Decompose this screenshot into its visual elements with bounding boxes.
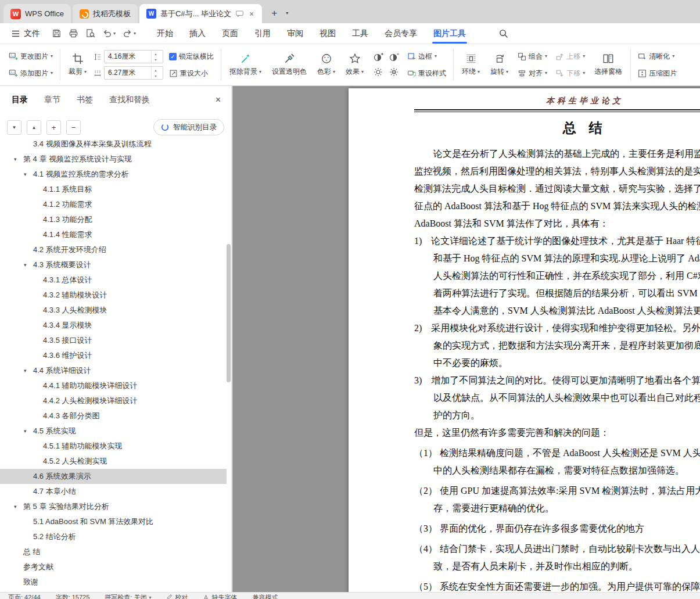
color-button[interactable]: 色彩▾	[314, 51, 339, 78]
increase-contrast-icon[interactable]	[372, 52, 384, 63]
set-transparent-button[interactable]: 设置透明色	[268, 51, 310, 78]
decrease-brightness-icon[interactable]	[388, 66, 400, 78]
rotate-button[interactable]: 旋转▾	[487, 51, 512, 78]
width-stepper[interactable]: ▴ ▾	[151, 67, 160, 79]
toc-item[interactable]: 参考文献	[0, 559, 227, 575]
tab-page[interactable]: 页面	[214, 23, 246, 44]
toc-item[interactable]: 5.2 结论分析	[0, 529, 227, 544]
toc-item[interactable]: 4.2 系统开发环境介绍	[0, 242, 227, 257]
print-preview-icon[interactable]	[85, 28, 95, 38]
close-pane-icon[interactable]: ×	[216, 95, 221, 105]
spellcheck-status[interactable]: 拼写检查: 关闭▾	[105, 593, 151, 599]
remove-background-button[interactable]: 抠除背景▾	[226, 51, 265, 78]
tab-review[interactable]: 审阅	[279, 23, 311, 44]
toc-item[interactable]: 5.1 AdaBoost 和 SVM 算法效果对比	[0, 514, 227, 529]
toc-item[interactable]: 致谢	[0, 575, 227, 590]
tab-document[interactable]: W 基于C#与... 毕业论文 ×	[139, 4, 262, 23]
compatibility-mode[interactable]: 兼容模式	[252, 593, 278, 599]
tab-list-chevron-icon[interactable]: ▾	[282, 6, 292, 21]
toc-item[interactable]: 4.1.3 功能分配	[0, 212, 227, 227]
document-page[interactable]: 本科生毕业论文 总 结 论文是在分析了人头检测算法的基础上完成的，主要任务是利用…	[349, 88, 700, 592]
tab-picture-tools[interactable]: 图片工具	[425, 23, 474, 44]
zoom-out-toc-button[interactable]: −	[66, 120, 81, 135]
toc-item[interactable]: 4.3.4 显示模块	[0, 318, 227, 333]
scrollbar-thumb[interactable]	[227, 244, 231, 382]
new-tab-button[interactable]: +	[267, 6, 282, 21]
toc-item[interactable]: ▾第 5 章 实验结果对比分析	[0, 499, 227, 514]
tab-insert[interactable]: 插入	[181, 23, 214, 44]
picture-height-input[interactable]	[105, 51, 151, 63]
reset-size-button[interactable]: 重设大小	[167, 66, 216, 80]
page-indicator[interactable]: 页面: 42/44	[8, 593, 41, 599]
picture-width-input[interactable]	[105, 67, 151, 79]
missing-font-button[interactable]: 缺失字体	[203, 593, 237, 599]
redo-button[interactable]: ▾	[123, 28, 136, 38]
change-picture-button[interactable]: 更改图片 ▾	[6, 49, 55, 63]
toc-item[interactable]: 4.4.2 人头检测模块详细设计	[0, 393, 227, 408]
toc-item[interactable]: ▾4.3 系统概要设计	[0, 257, 227, 272]
tab-tools[interactable]: 工具	[344, 23, 376, 44]
expand-triangle-icon[interactable]: ▾	[14, 156, 23, 162]
wrap-text-button[interactable]: 环绕▾	[458, 51, 483, 78]
expand-all-button[interactable]: ▴	[27, 120, 41, 135]
search-icon[interactable]	[498, 28, 508, 38]
toc-item[interactable]: 总 结	[0, 544, 227, 559]
toc-item[interactable]: ▾4.5 系统实现	[0, 424, 227, 439]
send-backward-button[interactable]: 下移 ▾	[553, 66, 587, 80]
increase-brightness-icon[interactable]	[372, 66, 384, 78]
expand-triangle-icon[interactable]: ▾	[24, 262, 33, 268]
bring-forward-button[interactable]: 上移 ▾	[553, 49, 587, 63]
decrease-contrast-icon[interactable]	[388, 52, 400, 63]
spin-up-icon[interactable]: ▴	[152, 51, 160, 57]
spin-down-icon[interactable]: ▾	[152, 57, 160, 63]
spin-down-icon[interactable]: ▾	[152, 73, 160, 80]
toc-item[interactable]: 4.4.1 辅助功能模块详细设计	[0, 378, 227, 393]
tab-reference[interactable]: 引用	[246, 23, 279, 44]
smart-toc-button[interactable]: 智能识别目录	[153, 119, 224, 135]
expand-triangle-icon[interactable]: ▾	[24, 171, 33, 177]
sidebar-scrollbar[interactable]	[227, 142, 231, 592]
crop-button[interactable]: 裁剪▾	[65, 51, 90, 78]
pane-tab-chapters[interactable]: 章节	[44, 95, 60, 105]
toc-item[interactable]: 4.4.3 各部分类图	[0, 408, 227, 424]
pane-tab-bookmarks[interactable]: 书签	[77, 95, 93, 105]
zoom-in-toc-button[interactable]: +	[46, 120, 61, 135]
align-button[interactable]: 对齐 ▾	[515, 66, 550, 80]
toc-item[interactable]: 4.5.2 人头检测实现	[0, 454, 227, 469]
group-button[interactable]: 组合 ▾	[515, 49, 550, 63]
toc-item[interactable]: 4.3.3 人头检测模块	[0, 303, 227, 318]
toc-item[interactable]: 4.6 系统效果演示	[0, 469, 227, 484]
expand-triangle-icon[interactable]: ▾	[24, 428, 33, 434]
tab-wps-home[interactable]: W WPS Office	[3, 4, 71, 23]
height-stepper[interactable]: ▴ ▾	[151, 51, 160, 63]
print-icon[interactable]	[69, 28, 78, 38]
proofread-button[interactable]: 校对	[166, 593, 188, 599]
save-icon[interactable]	[52, 28, 62, 38]
tab-docer-templates[interactable]: 找稻壳模板	[73, 4, 138, 23]
file-menu-button[interactable]: 文件	[6, 28, 46, 39]
tab-member[interactable]: 会员专享	[376, 23, 425, 44]
pane-tab-contents[interactable]: 目录	[12, 95, 28, 105]
toc-item[interactable]: 4.1.4 性能需求	[0, 227, 227, 242]
expand-triangle-icon[interactable]: ▾	[24, 368, 33, 374]
toc-item[interactable]: 4.7 本章小结	[0, 484, 227, 499]
toc-item[interactable]: 4.3.1 总体设计	[0, 272, 227, 288]
toc-item[interactable]: ▾4.1 视频监控系统的需求分析	[0, 167, 227, 182]
lock-aspect-checkbox[interactable]: ✓ 锁定纵横比	[167, 49, 216, 63]
toc-item[interactable]: ▾第 4 章 视频监控系统设计与实现	[0, 152, 227, 167]
undo-button[interactable]: ▾	[102, 28, 116, 38]
compress-picture-button[interactable]: 压缩图片	[636, 66, 679, 80]
toc-item[interactable]: ▾4.4 系统详细设计	[0, 363, 227, 378]
add-picture-button[interactable]: 添加图片 ▾	[6, 66, 55, 80]
spin-up-icon[interactable]: ▴	[152, 67, 160, 73]
reset-style-button[interactable]: 重设样式	[405, 66, 448, 80]
toc-item[interactable]: 4.3.6 维护设计	[0, 348, 227, 363]
toc-item[interactable]: 3.4 视频图像及样本采集及训练流程	[0, 141, 227, 152]
tab-view[interactable]: 视图	[311, 23, 344, 44]
collapse-all-button[interactable]: ▾	[7, 120, 21, 135]
pane-tab-find-replace[interactable]: 查找和替换	[109, 95, 150, 105]
toc-item[interactable]: 4.5.1 辅助功能模块实现	[0, 439, 227, 454]
toc-item[interactable]: 4.3.2 辅助模块设计	[0, 288, 227, 303]
toc-item[interactable]: 4.1.1 系统目标	[0, 182, 227, 197]
sharpen-button[interactable]: 清晰化 ▾	[636, 49, 679, 63]
